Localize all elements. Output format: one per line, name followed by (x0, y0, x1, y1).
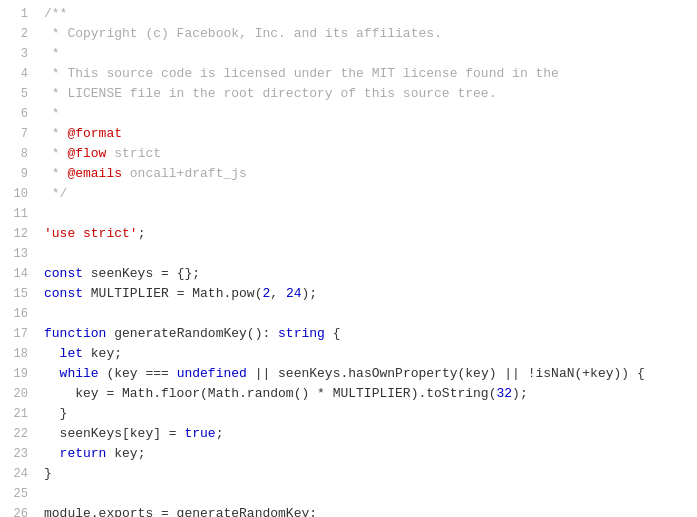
line-number: 9 (4, 164, 28, 184)
line-number: 18 (4, 344, 28, 364)
line-number: 15 (4, 284, 28, 304)
code-line: seenKeys[key] = true; (44, 424, 697, 444)
line-number: 3 (4, 44, 28, 64)
code-line: function generateRandomKey(): string { (44, 324, 697, 344)
code-line: * @format (44, 124, 697, 144)
code-line: key = Math.floor(Math.random() * MULTIPL… (44, 384, 697, 404)
line-number: 4 (4, 64, 28, 84)
code-line (44, 204, 697, 224)
code-editor: 1234567891011121314151617181920212223242… (0, 0, 697, 517)
code-line: } (44, 464, 697, 484)
line-number: 1 (4, 4, 28, 24)
line-number: 16 (4, 304, 28, 324)
line-number: 24 (4, 464, 28, 484)
line-number: 26 (4, 504, 28, 517)
code-line: * @flow strict (44, 144, 697, 164)
line-number: 17 (4, 324, 28, 344)
code-line: const MULTIPLIER = Math.pow(2, 24); (44, 284, 697, 304)
line-number: 13 (4, 244, 28, 264)
code-line: * Copyright (c) Facebook, Inc. and its a… (44, 24, 697, 44)
code-line: } (44, 404, 697, 424)
line-number: 20 (4, 384, 28, 404)
code-line (44, 304, 697, 324)
line-number: 8 (4, 144, 28, 164)
line-number: 2 (4, 24, 28, 44)
code-line (44, 244, 697, 264)
line-number: 14 (4, 264, 28, 284)
code-line: * This source code is licensed under the… (44, 64, 697, 84)
code-line (44, 484, 697, 504)
code-line: module.exports = generateRandomKey; (44, 504, 697, 517)
code-line: * LICENSE file in the root directory of … (44, 84, 697, 104)
line-numbers: 1234567891011121314151617181920212223242… (0, 4, 36, 517)
line-number: 19 (4, 364, 28, 384)
line-number: 7 (4, 124, 28, 144)
line-number: 6 (4, 104, 28, 124)
line-number: 11 (4, 204, 28, 224)
line-number: 10 (4, 184, 28, 204)
line-number: 5 (4, 84, 28, 104)
code-line: 'use strict'; (44, 224, 697, 244)
code-content[interactable]: /** * Copyright (c) Facebook, Inc. and i… (36, 4, 697, 517)
line-number: 21 (4, 404, 28, 424)
code-line: return key; (44, 444, 697, 464)
code-line: const seenKeys = {}; (44, 264, 697, 284)
code-line: * (44, 104, 697, 124)
code-line: while (key === undefined || seenKeys.has… (44, 364, 697, 384)
code-line: /** (44, 4, 697, 24)
code-line: */ (44, 184, 697, 204)
line-number: 25 (4, 484, 28, 504)
code-line: * @emails oncall+draft_js (44, 164, 697, 184)
line-number: 22 (4, 424, 28, 444)
line-number: 23 (4, 444, 28, 464)
code-line: * (44, 44, 697, 64)
code-line: let key; (44, 344, 697, 364)
line-number: 12 (4, 224, 28, 244)
